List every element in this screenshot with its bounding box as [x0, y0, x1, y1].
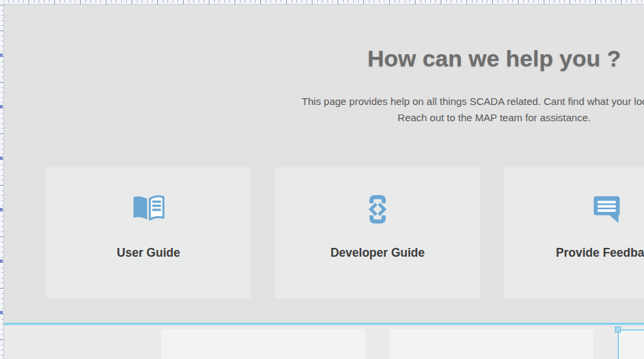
page-title: How can we help you ?: [4, 45, 644, 72]
card-label: Developer Guide: [330, 246, 424, 260]
selection-guide-horizontal: [618, 329, 644, 331]
selection-guide-vertical: [618, 330, 619, 359]
vertical-ruler: [0, 0, 4, 359]
next-section: [4, 326, 644, 359]
card-label: Provide Feedback: [556, 246, 644, 260]
card-label: User Guide: [117, 246, 180, 260]
card-provide-feedback[interactable]: Provide Feedback: [504, 167, 644, 298]
open-book-icon: [132, 193, 165, 226]
card-developer-guide[interactable]: Developer Guide: [275, 167, 480, 298]
card-user-guide[interactable]: User Guide: [46, 167, 251, 298]
selection-handle[interactable]: [615, 326, 621, 333]
page-subtitle: This page provides help on all things SC…: [4, 93, 644, 125]
section-panel: [161, 329, 365, 359]
developer-mode-icon: [361, 193, 394, 226]
horizontal-ruler: [0, 0, 644, 5]
section-panel: [390, 329, 593, 359]
page-subtitle-line1: This page provides help on all things SC…: [4, 93, 644, 110]
help-page-canvas: How can we help you ? This page provides…: [4, 5, 644, 323]
section-divider-line: [4, 322, 644, 325]
feedback-speech-bubble-icon: [591, 193, 622, 226]
design-canvas: How can we help you ? This page provides…: [0, 0, 644, 359]
page-subtitle-line2: Reach out to the MAP team for assistance…: [4, 110, 644, 126]
section-panel: [619, 331, 644, 359]
